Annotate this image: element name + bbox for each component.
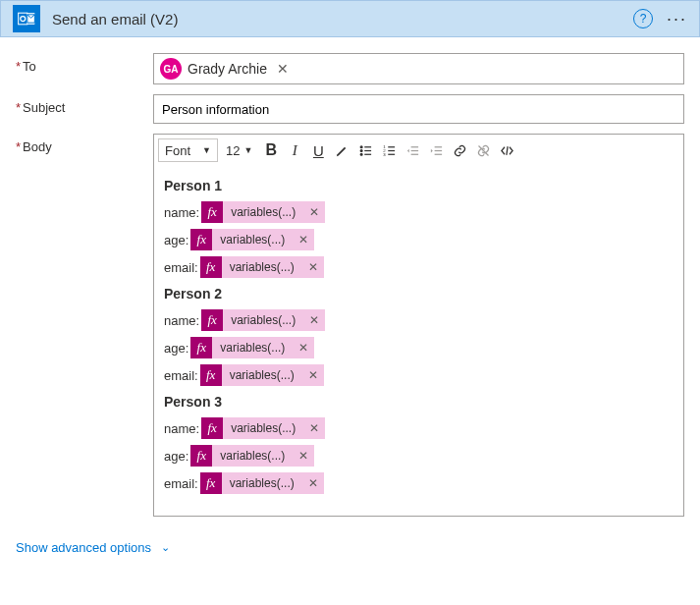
body-label: *Body [16, 134, 153, 154]
expression-text: variables(...) [212, 445, 293, 467]
help-icon[interactable]: ? [633, 9, 653, 28]
subject-input[interactable] [153, 94, 684, 124]
fx-icon: fx [200, 256, 222, 278]
field-key: age: [164, 449, 188, 464]
expression-text: variables(...) [222, 256, 302, 278]
subject-label: *Subject [16, 94, 153, 115]
recipient-name: Grady Archie [188, 61, 267, 77]
outdent-icon[interactable] [402, 138, 423, 162]
chevron-down-icon: ⌄ [161, 541, 170, 554]
to-label: *To [16, 53, 153, 74]
fx-icon: fx [201, 417, 223, 439]
expression-token[interactable]: fxvariables(...)✕ [201, 309, 325, 331]
fx-icon: fx [190, 445, 212, 467]
remove-token-icon[interactable]: ✕ [303, 201, 325, 223]
body-line: email: fxvariables(...)✕ [164, 364, 673, 386]
remove-token-icon[interactable]: ✕ [302, 472, 324, 494]
svg-point-3 [360, 145, 362, 147]
code-view-icon[interactable] [496, 138, 517, 162]
more-menu-icon[interactable]: ··· [667, 9, 687, 29]
bold-button[interactable]: B [260, 138, 282, 162]
body-line: name: fxvariables(...)✕ [164, 417, 673, 439]
expression-token[interactable]: fxvariables(...)✕ [200, 364, 324, 386]
body-line: age: fxvariables(...)✕ [164, 337, 673, 358]
number-list-icon[interactable]: 123 [378, 138, 400, 162]
rich-text-editor: Font▼ 12▼ B I U 123 [153, 134, 684, 517]
expression-token[interactable]: fxvariables(...)✕ [190, 337, 314, 358]
body-content[interactable]: Person 1name: fxvariables(...)✕age: fxva… [154, 166, 683, 516]
action-header: Send an email (V2) ? ··· [0, 0, 700, 37]
unlink-icon[interactable] [472, 138, 494, 162]
person-heading: Person 1 [164, 178, 673, 193]
field-key: email: [164, 260, 198, 275]
remove-token-icon[interactable]: ✕ [303, 309, 325, 331]
expression-text: variables(...) [222, 364, 302, 386]
remove-token-icon[interactable]: ✕ [293, 229, 314, 250]
remove-recipient-icon[interactable]: ✕ [273, 61, 293, 77]
svg-point-7 [360, 153, 362, 155]
expression-token[interactable]: fxvariables(...)✕ [190, 445, 314, 467]
italic-button[interactable]: I [284, 138, 305, 162]
fx-icon: fx [200, 472, 222, 494]
pen-icon[interactable] [331, 138, 352, 162]
field-key: age: [164, 233, 188, 248]
underline-button[interactable]: U [307, 138, 329, 162]
svg-text:3: 3 [383, 151, 386, 156]
remove-token-icon[interactable]: ✕ [293, 337, 314, 358]
person-heading: Person 2 [164, 286, 673, 302]
fx-icon: fx [201, 201, 223, 223]
expression-token[interactable]: fxvariables(...)✕ [200, 472, 324, 494]
field-key: name: [164, 313, 199, 328]
expression-token[interactable]: fxvariables(...)✕ [201, 417, 325, 439]
action-form: *To GA Grady Archie ✕ *Subject *Body Fon… [0, 37, 700, 536]
expression-text: variables(...) [223, 201, 303, 223]
body-line: age: fxvariables(...)✕ [164, 229, 673, 250]
field-key: name: [164, 421, 199, 436]
fx-icon: fx [200, 364, 222, 386]
expression-text: variables(...) [223, 417, 303, 439]
field-key: name: [164, 205, 199, 220]
remove-token-icon[interactable]: ✕ [302, 364, 324, 386]
remove-token-icon[interactable]: ✕ [302, 256, 324, 278]
person-heading: Person 3 [164, 394, 673, 410]
show-advanced-link[interactable]: Show advanced options ⌄ [0, 536, 186, 567]
expression-token[interactable]: fxvariables(...)✕ [200, 256, 324, 278]
expression-text: variables(...) [212, 337, 293, 358]
to-field[interactable]: GA Grady Archie ✕ [153, 53, 684, 84]
indent-icon[interactable] [425, 138, 447, 162]
fx-icon: fx [190, 337, 212, 358]
field-key: email: [164, 368, 198, 383]
link-icon[interactable] [449, 138, 470, 162]
expression-text: variables(...) [222, 472, 302, 494]
body-line: name: fxvariables(...)✕ [164, 201, 673, 223]
rte-toolbar: Font▼ 12▼ B I U 123 [154, 135, 683, 166]
expression-text: variables(...) [212, 229, 293, 250]
font-select[interactable]: Font▼ [158, 138, 218, 162]
fx-icon: fx [190, 229, 212, 250]
avatar: GA [160, 58, 182, 80]
field-key: age: [164, 341, 188, 356]
bullet-list-icon[interactable] [354, 138, 376, 162]
remove-token-icon[interactable]: ✕ [293, 445, 314, 467]
body-line: email: fxvariables(...)✕ [164, 256, 673, 278]
field-key: email: [164, 476, 198, 491]
font-size-select[interactable]: 12▼ [220, 138, 258, 162]
recipient-chip[interactable]: GA Grady Archie ✕ [160, 58, 293, 80]
expression-text: variables(...) [223, 309, 303, 331]
svg-line-22 [507, 146, 508, 155]
outlook-icon [13, 5, 40, 32]
body-line: age: fxvariables(...)✕ [164, 445, 673, 467]
body-line: name: fxvariables(...)✕ [164, 309, 673, 331]
action-title: Send an email (V2) [52, 11, 633, 28]
svg-point-5 [360, 149, 362, 151]
body-line: email: fxvariables(...)✕ [164, 472, 673, 494]
expression-token[interactable]: fxvariables(...)✕ [190, 229, 314, 250]
fx-icon: fx [201, 309, 223, 331]
expression-token[interactable]: fxvariables(...)✕ [201, 201, 325, 223]
svg-rect-1 [19, 13, 27, 25]
remove-token-icon[interactable]: ✕ [303, 417, 325, 439]
